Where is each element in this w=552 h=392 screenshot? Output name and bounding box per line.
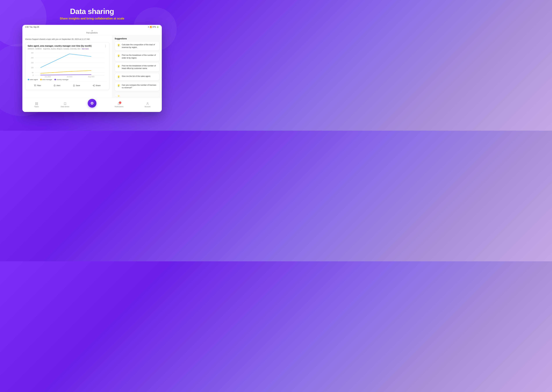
svg-point-26 bbox=[147, 102, 148, 103]
suggestion-icon-3: 💡 bbox=[117, 65, 120, 68]
tab-bar: Topics Data stories 5 Notifications bbox=[22, 98, 162, 112]
legend-label-sales: sales agent bbox=[30, 79, 38, 80]
svg-point-17 bbox=[93, 85, 93, 86]
svg-line-20 bbox=[93, 85, 94, 85]
chart-date-range: 23/06/23 - 31/08/23 bbox=[28, 48, 42, 50]
main-content: iGenius Support shared a topic with you … bbox=[22, 35, 162, 98]
tab-notifications-label: Notifications bbox=[115, 106, 123, 107]
legend-label-area: area manager bbox=[42, 79, 52, 80]
topics-icon bbox=[35, 102, 38, 105]
save-label: Save bbox=[76, 84, 80, 86]
save-button[interactable]: Save bbox=[71, 84, 82, 87]
chart-actions: Filter Alert Save Share bbox=[28, 82, 107, 87]
share-button[interactable]: Share bbox=[91, 84, 102, 87]
tab-topics[interactable]: Topics bbox=[31, 102, 42, 107]
svg-rect-22 bbox=[37, 102, 38, 103]
suggestion-text-5: Can you compare the number of licenses v… bbox=[122, 84, 157, 89]
svg-point-18 bbox=[94, 86, 94, 86]
svg-text:Jun-2023: Jun-2023 bbox=[45, 76, 51, 77]
past-questions-bar[interactable]: ∧ Past questions bbox=[22, 29, 162, 35]
svg-text:150: 150 bbox=[31, 62, 33, 63]
bell-icon bbox=[54, 84, 56, 86]
chart-title: Sales agent, area manager, country manag… bbox=[28, 45, 92, 47]
suggestion-text-4: Give me the list of the sales agent. bbox=[122, 75, 151, 77]
suggestion-item-1[interactable]: 💡 Calculate the composition of the total… bbox=[115, 42, 159, 50]
battery-text: 97% bbox=[152, 26, 156, 28]
tab-center-button[interactable] bbox=[88, 99, 96, 108]
svg-text:200: 200 bbox=[31, 57, 33, 59]
suggestion-item-5[interactable]: 💡 Can you compare the number of licenses… bbox=[115, 82, 159, 91]
suggestions-title: Suggestions bbox=[115, 37, 159, 40]
center-tab-icon bbox=[90, 101, 94, 105]
svg-rect-23 bbox=[35, 104, 36, 105]
status-time-date: 4:30 Tue, Sep 26 bbox=[25, 26, 39, 28]
suggestion-item-2[interactable]: 💡 Find me the breakdown of the number of… bbox=[115, 52, 159, 61]
chart-see-more-link[interactable]: See more bbox=[82, 48, 89, 50]
suggestion-item-4[interactable]: 💡 Give me the list of the sales agent. bbox=[115, 73, 159, 80]
device-frame: 4:30 Tue, Sep 26 ✦ 📶 97% 🔋 ∧ Past questi… bbox=[22, 25, 162, 112]
page-title: Data sharing bbox=[60, 7, 124, 16]
legend-dot-country bbox=[55, 79, 56, 80]
tab-topics-label: Topics bbox=[34, 106, 39, 107]
svg-text:50: 50 bbox=[32, 72, 34, 73]
svg-text:Jul-2023: Jul-2023 bbox=[67, 76, 72, 77]
bookmark-icon bbox=[73, 84, 75, 86]
tab-data-stories[interactable]: Data stories bbox=[59, 102, 71, 107]
chart-area: 250 200 150 100 50 0 Jun-2023 Jul-2023 A… bbox=[28, 51, 107, 77]
suggestion-text-2: Find me the breakdown of the number of o… bbox=[122, 54, 157, 59]
past-questions-label: Past questions bbox=[86, 32, 98, 34]
filter-icon bbox=[34, 84, 36, 86]
chart-legend: sales agent area manager country manager bbox=[28, 79, 107, 80]
svg-text:100: 100 bbox=[31, 67, 33, 69]
svg-marker-15 bbox=[34, 85, 36, 86]
svg-point-16 bbox=[94, 85, 94, 85]
svg-rect-21 bbox=[35, 102, 36, 103]
tab-datastories-label: Data stories bbox=[61, 106, 69, 107]
legend-country-manager: country manager bbox=[55, 79, 69, 80]
suggestion-item-partial: 💡 bbox=[115, 92, 159, 97]
chart-svg: 250 200 150 100 50 0 Jun-2023 Jul-2023 A… bbox=[28, 51, 107, 77]
status-right: ✦ 📶 97% 🔋 bbox=[148, 26, 159, 28]
account-icon bbox=[146, 102, 149, 105]
suggestion-text-1: Calculate the composition of the total o… bbox=[122, 43, 157, 49]
page-header: Data sharing Share insights and bring co… bbox=[60, 0, 124, 25]
suggestion-icon-1: 💡 bbox=[117, 43, 120, 47]
chart-meta: 23/06/23 - 31/08/23 Argentina, Austria, … bbox=[28, 48, 107, 50]
chart-header: Sales agent, area manager, country manag… bbox=[28, 45, 107, 47]
legend-area-manager: area manager bbox=[40, 79, 52, 80]
suggestion-item-3[interactable]: 💡 Find me the breakdown of the number of… bbox=[115, 63, 159, 72]
filter-button[interactable]: Filter bbox=[32, 84, 43, 87]
notification-badge: 5 bbox=[119, 101, 121, 104]
share-label: Share bbox=[96, 84, 101, 86]
chart-menu-icon[interactable]: ⋮ bbox=[104, 45, 107, 47]
chart-regions: Argentina, Austria, Belgium, Canada, Col… bbox=[43, 48, 80, 50]
wifi-icon: 📶 bbox=[150, 26, 152, 28]
svg-text:250: 250 bbox=[31, 52, 33, 54]
page-subtitle: Share insights and bring collaboration a… bbox=[60, 17, 124, 20]
filter-label: Filter bbox=[37, 84, 41, 86]
suggestions-panel: Suggestions 💡 Calculate the composition … bbox=[112, 35, 162, 98]
svg-line-19 bbox=[93, 85, 94, 86]
chevron-up-icon: ∧ bbox=[91, 29, 93, 32]
signal-icon: ✦ bbox=[148, 26, 149, 28]
suggestion-icon-5: 💡 bbox=[117, 84, 120, 87]
datastories-icon bbox=[64, 102, 67, 105]
share-icon bbox=[93, 84, 95, 86]
alert-button[interactable]: Alert bbox=[52, 84, 62, 87]
svg-rect-24 bbox=[37, 104, 38, 105]
tab-account-label: Account bbox=[145, 106, 150, 107]
shared-info-text: iGenius Support shared a topic with you … bbox=[25, 38, 109, 40]
notifications-wrapper: 5 bbox=[118, 102, 121, 105]
tab-notifications[interactable]: 5 Notifications bbox=[113, 102, 125, 107]
legend-dot-sales bbox=[28, 79, 29, 80]
tab-account[interactable]: Account bbox=[142, 102, 153, 107]
chart-card: Sales agent, area manager, country manag… bbox=[25, 42, 109, 90]
battery-icon: 🔋 bbox=[157, 26, 159, 28]
svg-text:0: 0 bbox=[33, 75, 33, 76]
alert-label: Alert bbox=[57, 84, 60, 86]
suggestion-icon-2: 💡 bbox=[117, 54, 120, 57]
suggestion-icon-partial: 💡 bbox=[117, 95, 120, 97]
legend-label-country: country manager bbox=[57, 79, 69, 80]
legend-dot-area bbox=[40, 79, 42, 80]
status-bar: 4:30 Tue, Sep 26 ✦ 📶 97% 🔋 bbox=[22, 25, 162, 29]
